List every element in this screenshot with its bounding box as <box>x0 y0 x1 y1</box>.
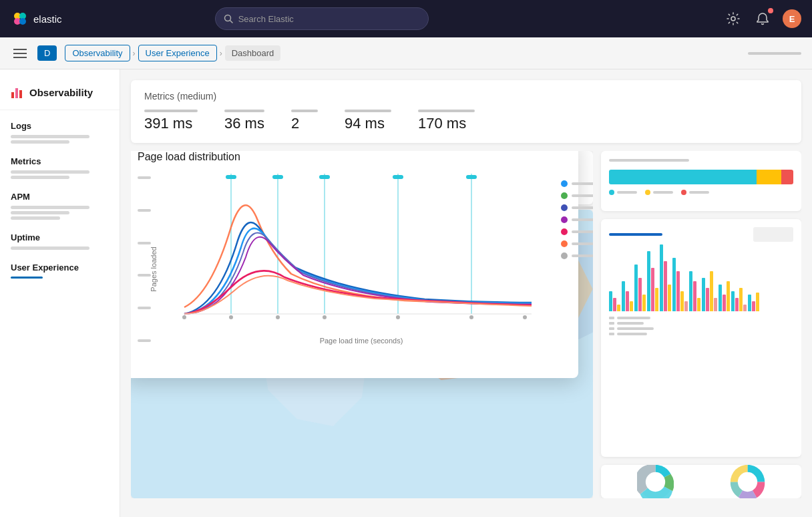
sidebar-item-uptime[interactable]: Uptime <box>0 227 120 257</box>
stacked-segment-red <box>781 170 793 184</box>
bar-red-6 <box>684 301 688 311</box>
sidebar-sub-logs-2 <box>11 140 69 144</box>
search-icon <box>224 14 233 23</box>
svg-point-27 <box>469 315 473 319</box>
bar-group-10 <box>731 288 747 311</box>
bar-teal-1 <box>609 291 612 311</box>
logo[interactable]: elastic <box>11 9 62 28</box>
sidebar-item-metrics[interactable]: Metrics <box>0 151 120 186</box>
svg-point-30 <box>645 472 664 491</box>
chart-legend <box>561 180 593 259</box>
top-navigation: elastic Search Elastic E <box>0 0 812 37</box>
svg-rect-18 <box>319 175 330 179</box>
pie-chart-2 <box>729 465 766 498</box>
bar-pink-9 <box>723 295 726 311</box>
bar-pink-5 <box>664 261 667 311</box>
bar-pink-3 <box>638 278 642 311</box>
bar-yellow-11 <box>756 293 759 311</box>
bar-pink-10 <box>735 298 739 311</box>
legend-bar-6 <box>572 242 593 245</box>
bar-yellow-3 <box>642 295 646 311</box>
breadcrumb-observability[interactable]: Observability <box>65 45 130 61</box>
bar-group-8 <box>702 271 717 311</box>
legend-dot-2 <box>561 192 568 199</box>
main-layout: Observability Logs Metrics APM Uptime Us… <box>0 69 812 517</box>
svg-point-28 <box>523 315 527 319</box>
metric-bar-1 <box>144 110 198 112</box>
metric-value-3: 2 <box>291 115 318 132</box>
metric-bar-2 <box>224 110 264 112</box>
breadcrumb-sep-2: › <box>220 49 222 58</box>
secondary-navigation: D Observability › User Experience › Dash… <box>0 37 812 69</box>
bar-group-1 <box>609 291 620 311</box>
user-avatar[interactable]: E <box>783 9 801 28</box>
dashboard-tab-button[interactable]: D <box>37 45 57 61</box>
legend-dot-7 <box>561 252 568 259</box>
bar-teal-4 <box>647 251 650 311</box>
sidebar-label-apm[interactable]: APM <box>11 192 109 202</box>
y-tick <box>138 242 151 244</box>
sidebar-sub-apm-3 <box>11 216 60 220</box>
dot-label-1 <box>617 191 637 194</box>
right-panels <box>601 151 801 498</box>
sidebar-label-uptime[interactable]: Uptime <box>11 232 109 242</box>
sidebar-item-user-experience[interactable]: User Experience <box>0 257 120 284</box>
sidebar-label-user-experience[interactable]: User Experience <box>11 263 109 273</box>
bar-pink-1 <box>613 298 616 311</box>
hamburger-line-3 <box>13 57 27 58</box>
bar-yellow-1 <box>617 305 620 311</box>
svg-rect-16 <box>226 175 236 179</box>
legend-dot-4 <box>561 216 568 223</box>
legend-dot-3 <box>561 204 568 211</box>
notifications-button[interactable] <box>753 9 772 28</box>
sidebar-label-logs[interactable]: Logs <box>11 121 109 131</box>
sidebar-header: Observability <box>0 80 120 110</box>
sidebar-sub-apm-2 <box>11 211 69 214</box>
search-bar[interactable]: Search Elastic <box>215 7 429 30</box>
bar-pink-4 <box>651 268 654 311</box>
bar-yellow-8 <box>710 271 713 311</box>
svg-point-23 <box>229 315 233 319</box>
bar-group-4 <box>647 251 658 311</box>
breadcrumb-user-experience[interactable]: User Experience <box>138 45 217 61</box>
hamburger-menu[interactable] <box>11 46 29 61</box>
bar-yellow-5 <box>668 285 671 311</box>
logo-text: elastic <box>33 13 62 25</box>
dot-legend-2 <box>645 190 673 195</box>
metric-value-2: 36 ms <box>224 115 264 132</box>
legend-bar-1 <box>572 182 593 185</box>
bar-legend-line-4 <box>609 333 614 335</box>
legend-item-4 <box>561 216 593 223</box>
svg-rect-8 <box>15 88 18 98</box>
bar-teal-7 <box>689 271 692 311</box>
sidebar-item-apm[interactable]: APM <box>0 186 120 227</box>
hamburger-line-2 <box>13 53 27 54</box>
metric-value-1: 391 ms <box>144 115 198 132</box>
bar-yellow-6 <box>680 291 684 311</box>
notification-badge <box>768 8 773 13</box>
sidebar-item-logs[interactable]: Logs <box>0 116 120 151</box>
dashboard-area: Metrics (medium) 391 ms 36 ms 2 <box>120 69 812 517</box>
x-axis-label: Page load time (seconds) <box>158 337 565 345</box>
bar-legend-text-2 <box>617 322 644 325</box>
legend-bar-7 <box>572 254 593 257</box>
legend-item-2 <box>561 192 593 199</box>
bar-legend-4 <box>609 333 793 335</box>
metric-bar-4 <box>345 110 391 112</box>
sidebar: Observability Logs Metrics APM Uptime Us… <box>0 69 120 517</box>
settings-button[interactable] <box>724 9 743 28</box>
bar-teal-11 <box>748 295 751 311</box>
sidebar-sub-uptime-1 <box>11 246 89 250</box>
dot-1 <box>609 190 614 195</box>
y-tick <box>138 176 151 179</box>
legend-bar-4 <box>572 218 593 221</box>
breadcrumb-dashboard: Dashboard <box>225 45 281 61</box>
legend-dot-1 <box>561 180 568 187</box>
breadcrumb: Observability › User Experience › Dashbo… <box>65 45 280 61</box>
sidebar-label-metrics[interactable]: Metrics <box>11 156 109 166</box>
bar-pink-11 <box>752 301 755 311</box>
bar-panel-dropdown[interactable] <box>753 227 793 242</box>
modal-title: Page load distribution <box>138 151 565 163</box>
bar-yellow-2 <box>630 301 633 311</box>
bar-teal-5 <box>660 244 663 311</box>
